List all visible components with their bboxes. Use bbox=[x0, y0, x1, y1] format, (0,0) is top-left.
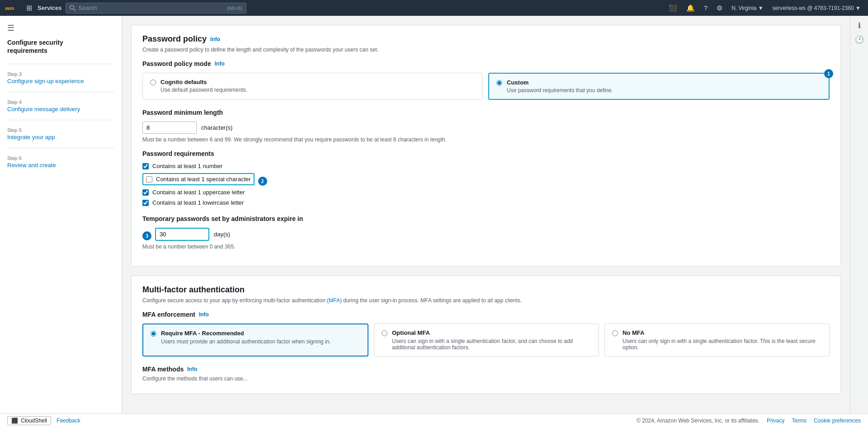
require-mfa-option[interactable]: Require MFA - Recommended Users must pro… bbox=[142, 324, 368, 357]
min-length-suffix: character(s) bbox=[201, 124, 232, 131]
bottom-bar: ⬛ CloudShell Feedback © 2024, Amazon Web… bbox=[0, 413, 868, 427]
mfa-card: Multi-factor authentication Configure se… bbox=[131, 276, 841, 394]
services-nav-label[interactable]: Services bbox=[38, 5, 62, 11]
privacy-link[interactable]: Privacy bbox=[767, 418, 784, 424]
optional-mfa-title: Optional MFA bbox=[392, 329, 591, 336]
right-info-icon[interactable]: ℹ bbox=[858, 21, 861, 30]
settings-icon[interactable]: ⚙ bbox=[714, 2, 725, 14]
checkbox-number-input[interactable] bbox=[142, 163, 149, 169]
custom-radio[interactable] bbox=[496, 80, 502, 86]
policy-mode-options: Cognito defaults Use default password re… bbox=[142, 73, 830, 100]
bell-icon[interactable]: 🔔 bbox=[684, 2, 698, 14]
checkbox-lowercase-input[interactable] bbox=[142, 200, 149, 206]
account-selector[interactable]: serverless-ws @ 4783-7191-2360 ▼ bbox=[770, 5, 863, 11]
custom-option[interactable]: Custom Use password requirements that yo… bbox=[488, 73, 830, 100]
require-mfa-desc: Users must provide an additional authent… bbox=[161, 338, 331, 345]
password-policy-info-link[interactable]: Info bbox=[210, 36, 220, 42]
optional-mfa-option[interactable]: Optional MFA Users can sign in with a si… bbox=[374, 324, 599, 357]
search-icon bbox=[70, 5, 76, 11]
grid-icon[interactable]: ⊞ bbox=[24, 2, 34, 14]
min-length-label: Password minimum length bbox=[142, 109, 830, 116]
pw-requirements-group: Contains at least 1 number Contains at l… bbox=[142, 163, 830, 206]
checkbox-lowercase-label: Contains at least 1 lowercase letter bbox=[152, 199, 244, 206]
region-selector[interactable]: N. Virginia ▼ bbox=[729, 5, 766, 11]
sidebar-item-step4[interactable]: Step 4 Configure message delivery bbox=[0, 96, 122, 116]
policy-mode-info-link[interactable]: Info bbox=[215, 61, 225, 67]
search-shortcut: [Alt+S] bbox=[227, 5, 242, 11]
temp-password-row: 3 day(s) bbox=[142, 228, 830, 244]
checkbox-special-label: Contains at least 1 special character bbox=[156, 176, 251, 183]
annotation-badge-1: 1 bbox=[824, 69, 833, 78]
cognito-defaults-option[interactable]: Cognito defaults Use default password re… bbox=[142, 73, 483, 100]
min-length-hint: Must be a number between 6 and 99. We st… bbox=[142, 136, 830, 143]
mfa-enforcement-info-link[interactable]: Info bbox=[199, 311, 209, 318]
top-navigation: aws ⊞ Services [Alt+S] ⬛ 🔔 ? ⚙ N. Virgin… bbox=[0, 0, 868, 16]
bottom-right: © 2024, Amazon Web Services, Inc. or its… bbox=[637, 418, 861, 424]
cognito-defaults-radio[interactable] bbox=[150, 80, 156, 85]
annotation-badge-2: 2 bbox=[258, 177, 267, 186]
mfa-title: Multi-factor authentication bbox=[142, 285, 830, 295]
checkbox-number-label: Contains at least 1 number bbox=[152, 163, 222, 169]
terms-link[interactable]: Terms bbox=[792, 418, 807, 424]
custom-desc: Use password requirements that you defin… bbox=[507, 87, 613, 94]
password-policy-card: Password policy Info Create a password p… bbox=[131, 25, 841, 267]
terminal-icon[interactable]: ⬛ bbox=[666, 2, 680, 14]
checkbox-special-input[interactable] bbox=[146, 176, 152, 183]
mfa-methods-info-link[interactable]: Info bbox=[187, 366, 197, 372]
no-mfa-desc: Users can only sign in with a single aut… bbox=[623, 338, 822, 351]
checkbox-uppercase-label: Contains at least 1 uppercase letter bbox=[152, 189, 245, 196]
sidebar-item-step5[interactable]: Step 5 Integrate your app bbox=[0, 124, 122, 144]
sidebar-item-step6[interactable]: Step 6 Review and create bbox=[0, 152, 122, 172]
main-content: Password policy Info Create a password p… bbox=[122, 16, 850, 413]
optional-mfa-radio[interactable] bbox=[382, 330, 387, 336]
sidebar-item-step3[interactable]: Step 3 Configure sign-up experience bbox=[0, 68, 122, 88]
aws-logo: aws bbox=[5, 3, 21, 13]
require-mfa-title: Require MFA - Recommended bbox=[161, 330, 331, 337]
hamburger-icon[interactable]: ☰ bbox=[0, 23, 122, 38]
right-panel: ℹ 🕐 bbox=[850, 16, 868, 413]
cognito-defaults-desc: Use default password requirements. bbox=[160, 87, 247, 93]
svg-text:aws: aws bbox=[5, 5, 14, 10]
checkbox-special[interactable]: Contains at least 1 special character bbox=[142, 173, 255, 185]
no-mfa-option[interactable]: No MFA Users can only sign in with a sin… bbox=[604, 324, 830, 357]
custom-title: Custom bbox=[507, 79, 613, 86]
min-length-input[interactable] bbox=[142, 122, 197, 134]
checkbox-lowercase[interactable]: Contains at least 1 lowercase letter bbox=[142, 199, 830, 206]
terminal-small-icon: ⬛ bbox=[11, 418, 18, 424]
search-input[interactable] bbox=[79, 5, 225, 11]
temp-password-input-group: day(s) bbox=[155, 228, 230, 241]
feedback-link[interactable]: Feedback bbox=[57, 418, 80, 424]
no-mfa-radio[interactable] bbox=[612, 330, 618, 336]
policy-mode-label: Password policy mode Info bbox=[142, 60, 830, 67]
mfa-description: Configure secure access to your app by e… bbox=[142, 297, 830, 304]
sidebar-title: Configure security requirements bbox=[0, 38, 122, 60]
help-icon[interactable]: ? bbox=[701, 2, 710, 14]
cognito-defaults-title: Cognito defaults bbox=[160, 79, 247, 85]
temp-password-input[interactable] bbox=[155, 228, 209, 241]
min-length-input-group: character(s) bbox=[142, 122, 830, 134]
require-mfa-radio[interactable] bbox=[151, 331, 156, 337]
checkbox-uppercase-input[interactable] bbox=[142, 189, 149, 196]
svg-line-2 bbox=[73, 9, 75, 10]
mfa-methods-label: MFA methods Info bbox=[142, 366, 830, 373]
bottom-left: ⬛ CloudShell Feedback bbox=[7, 416, 80, 425]
mfa-options-group: Require MFA - Recommended Users must pro… bbox=[142, 324, 830, 357]
cloudshell-button[interactable]: ⬛ CloudShell bbox=[7, 416, 51, 425]
no-mfa-title: No MFA bbox=[623, 329, 822, 336]
mfa-enforcement-label: MFA enforcement Info bbox=[142, 311, 830, 318]
cookie-preferences-link[interactable]: Cookie preferences bbox=[814, 418, 861, 424]
optional-mfa-desc: Users can sign in with a single authenti… bbox=[392, 338, 591, 351]
mfa-methods-desc: Configure the methods that users can use… bbox=[142, 375, 830, 385]
right-history-icon[interactable]: 🕐 bbox=[855, 35, 864, 44]
checkbox-special-row: Contains at least 1 special character 2 bbox=[142, 173, 830, 189]
temp-password-suffix: day(s) bbox=[214, 231, 230, 238]
checkbox-uppercase[interactable]: Contains at least 1 uppercase letter bbox=[142, 189, 830, 196]
password-policy-title: Password policy Info bbox=[142, 34, 830, 44]
sidebar: ☰ Configure security requirements Step 3… bbox=[0, 16, 122, 413]
search-bar[interactable]: [Alt+S] bbox=[66, 3, 246, 14]
svg-point-1 bbox=[70, 5, 74, 9]
mfa-link[interactable]: (MFA) bbox=[327, 297, 342, 304]
checkbox-number[interactable]: Contains at least 1 number bbox=[142, 163, 830, 169]
password-policy-subtitle: Create a password policy to define the l… bbox=[142, 47, 830, 53]
temp-password-hint: Must be a number between 0 and 365. bbox=[142, 244, 830, 250]
